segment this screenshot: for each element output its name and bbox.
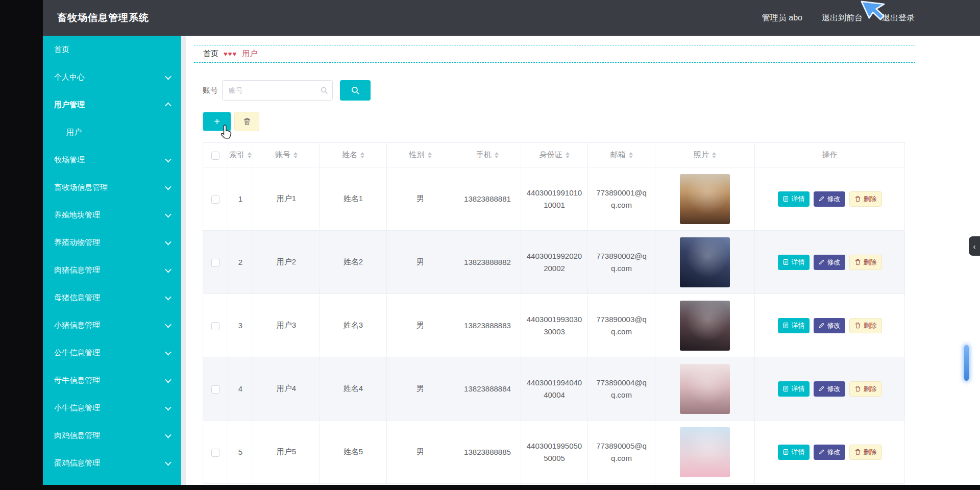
batch-delete-button[interactable] xyxy=(234,112,259,131)
cell-idcard: 440300199202020002 xyxy=(521,231,588,294)
search-button[interactable] xyxy=(340,80,371,101)
sort-icon[interactable] xyxy=(360,150,364,160)
sort-icon[interactable] xyxy=(495,150,499,160)
delete-button[interactable]: 删除 xyxy=(849,255,882,270)
edit-button[interactable]: 修改 xyxy=(814,255,845,270)
col-index: 索引 xyxy=(228,143,253,167)
row-checkbox[interactable] xyxy=(211,195,219,204)
cell-gender: 男 xyxy=(387,294,454,357)
user-photo[interactable] xyxy=(680,174,730,224)
edit-button[interactable]: 修改 xyxy=(814,445,845,460)
delete-button[interactable]: 删除 xyxy=(849,445,882,460)
sidebar-item-plot-management[interactable]: 养殖地块管理 xyxy=(43,201,182,229)
search-icon xyxy=(351,86,360,95)
search-input-wrap xyxy=(222,80,333,101)
sort-icon[interactable] xyxy=(293,150,298,160)
sidebar-item-user-management[interactable]: 用户管理 xyxy=(43,91,182,118)
col-name: 姓名 xyxy=(320,143,387,167)
navbar-admin-label[interactable]: 管理员 abo xyxy=(762,13,802,23)
cell-email: 773890004@qq.com xyxy=(588,357,655,421)
sidebar-item-broiler-management[interactable]: 肉鸡信息管理 xyxy=(43,422,182,449)
sidebar-item-sow-management[interactable]: 母猪信息管理 xyxy=(43,284,182,311)
breadcrumb: 首页 ♥♥♥ 用户 xyxy=(194,45,915,63)
chevron-down-icon xyxy=(164,266,172,274)
cell-account: 用户5 xyxy=(253,421,320,484)
delete-button[interactable]: 删除 xyxy=(849,381,882,397)
detail-button[interactable]: 详情 xyxy=(778,381,810,397)
row-checkbox[interactable] xyxy=(211,385,219,394)
user-photo[interactable] xyxy=(680,237,730,287)
row-checkbox[interactable] xyxy=(211,322,219,330)
sidebar-subitem-user[interactable]: 用户 xyxy=(43,118,182,146)
col-account: 账号 xyxy=(253,143,320,167)
sidebar-item-piglet-management[interactable]: 小猪信息管理 xyxy=(43,311,182,339)
cell-account: 用户4 xyxy=(253,357,320,421)
detail-button[interactable]: 详情 xyxy=(778,445,810,460)
sort-icon[interactable] xyxy=(629,150,633,160)
sort-icon[interactable] xyxy=(712,150,716,160)
sidebar-item-home[interactable]: 首页 xyxy=(43,36,182,63)
sidebar-scrollbar[interactable] xyxy=(181,36,186,485)
cell-index: 3 xyxy=(228,294,253,357)
cell-name: 姓名5 xyxy=(320,421,387,484)
row-checkbox[interactable] xyxy=(211,259,219,267)
user-photo[interactable] xyxy=(680,301,730,351)
user-photo[interactable] xyxy=(680,364,730,414)
search-row: 账号 xyxy=(203,80,915,101)
sidebar-item-animal-management[interactable]: 养殖动物管理 xyxy=(43,229,182,256)
cell-phone: 13823888881 xyxy=(454,167,521,231)
sidebar-item-cow-management[interactable]: 母牛信息管理 xyxy=(43,366,182,394)
table-row: 4 用户4 姓名4 男 13823888884 4403001994040400… xyxy=(203,357,905,421)
cell-phone: 13823888884 xyxy=(454,357,521,421)
edit-button[interactable]: 修改 xyxy=(814,191,845,207)
edit-button[interactable]: 修改 xyxy=(814,318,845,333)
sidebar-item-farm-info-management[interactable]: 畜牧场信息管理 xyxy=(43,174,182,201)
sidebar-item-bull-management[interactable]: 公牛信息管理 xyxy=(43,339,182,366)
edit-button[interactable]: 修改 xyxy=(814,381,845,397)
detail-button[interactable]: 详情 xyxy=(778,318,810,333)
cell-name: 姓名4 xyxy=(320,357,387,421)
cell-idcard: 440300199505050005 xyxy=(521,421,588,484)
sort-icon[interactable] xyxy=(566,150,570,160)
breadcrumb-home[interactable]: 首页 xyxy=(203,49,218,59)
cell-account: 用户2 xyxy=(253,231,320,294)
chevron-down-icon xyxy=(164,349,172,356)
sidebar-item-personal-center[interactable]: 个人中心 xyxy=(43,63,182,91)
chevron-down-icon xyxy=(164,156,172,163)
detail-button[interactable]: 详情 xyxy=(778,191,810,207)
user-photo[interactable] xyxy=(680,427,730,477)
navbar-logout-link[interactable]: 退出登录 xyxy=(882,13,915,23)
page-scrollbar-thumb[interactable] xyxy=(964,345,969,381)
sidebar: 首页 个人中心 用户管理 用户 牧场管理 畜牧场信息管理 养殖地块管理 养殖动物… xyxy=(43,36,182,485)
cell-gender: 男 xyxy=(387,167,454,231)
sort-icon[interactable] xyxy=(248,150,252,160)
search-label: 账号 xyxy=(203,86,218,95)
search-input[interactable] xyxy=(222,80,333,101)
sidebar-item-meat-pig-management[interactable]: 肉猪信息管理 xyxy=(43,256,182,284)
cell-idcard: 440300199101010001 xyxy=(521,167,588,231)
cell-account: 用户1 xyxy=(253,167,320,231)
select-all-checkbox[interactable] xyxy=(211,152,219,160)
detail-button[interactable]: 详情 xyxy=(778,255,810,270)
delete-button[interactable]: 删除 xyxy=(849,191,882,207)
cell-phone: 13823888883 xyxy=(454,294,521,357)
sidebar-item-pasture-management[interactable]: 牧场管理 xyxy=(43,146,182,174)
add-button[interactable]: + xyxy=(203,112,231,131)
cell-phone: 13823888885 xyxy=(454,421,521,484)
cell-index: 2 xyxy=(228,231,253,294)
col-phone: 手机 xyxy=(454,143,521,167)
row-checkbox[interactable] xyxy=(211,449,219,457)
cell-index: 1 xyxy=(228,167,253,231)
heart-separator-icon: ♥♥♥ xyxy=(224,50,237,58)
sort-icon[interactable] xyxy=(428,150,432,160)
cell-email: 773890001@qq.com xyxy=(588,167,655,231)
navbar-exit-front-link[interactable]: 退出到前台 xyxy=(822,13,863,23)
table-row: 3 用户3 姓名3 男 13823888883 4403001993030300… xyxy=(203,294,905,357)
panel-collapse-tab[interactable]: ‹ xyxy=(969,236,980,256)
sidebar-item-calf-management[interactable]: 小牛信息管理 xyxy=(43,394,182,422)
chevron-down-icon xyxy=(164,74,172,81)
sidebar-item-layer-hen-management[interactable]: 蛋鸡信息管理 xyxy=(43,449,182,477)
delete-button[interactable]: 删除 xyxy=(849,318,882,333)
trash-icon xyxy=(243,117,251,126)
cell-email: 773890003@qq.com xyxy=(588,294,655,357)
